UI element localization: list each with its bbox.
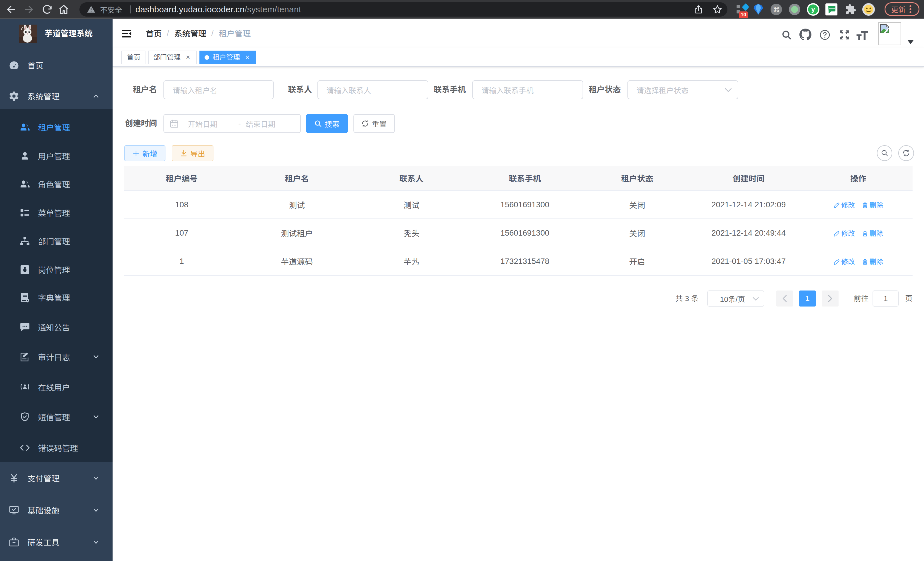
svg-text:⌘: ⌘ (773, 6, 780, 14)
svg-text:y: y (812, 6, 815, 13)
